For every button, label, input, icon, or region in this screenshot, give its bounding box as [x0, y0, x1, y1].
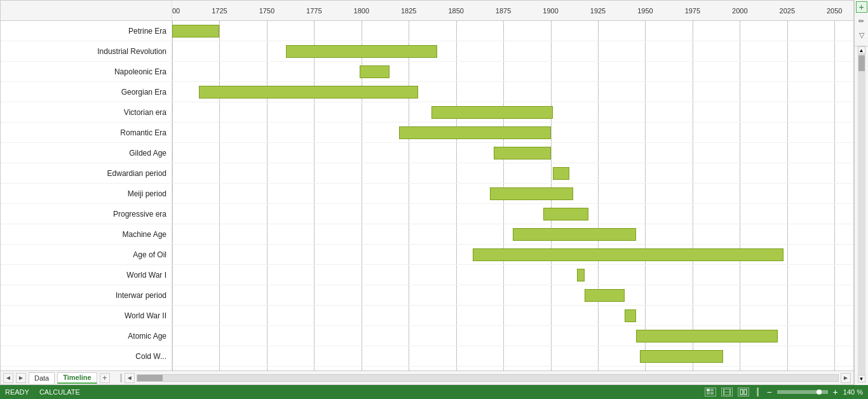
- bar-row: [172, 285, 853, 306]
- timeline-bar[interactable]: [640, 350, 723, 363]
- year-label: 1900: [543, 7, 558, 15]
- status-calculate: CALCULATE: [39, 388, 80, 396]
- label-cell: Progressive era: [1, 204, 172, 224]
- timeline-bar[interactable]: [360, 65, 390, 78]
- tab-data[interactable]: Data: [29, 372, 55, 384]
- view-page-button[interactable]: [721, 388, 733, 396]
- timeline-bar[interactable]: [431, 106, 553, 119]
- year-label: 1775: [306, 7, 322, 15]
- v-scroll-down[interactable]: ▼: [858, 375, 865, 382]
- timeline-bar[interactable]: [199, 86, 418, 98]
- add-column-button[interactable]: +: [856, 1, 867, 13]
- timeline-bar[interactable]: [543, 208, 588, 220]
- h-scroll-thumb: [137, 375, 163, 381]
- timeline-bar[interactable]: [513, 228, 636, 241]
- year-label: 1925: [590, 7, 606, 15]
- zoom-plus[interactable]: +: [833, 387, 838, 397]
- year-label: 2000: [732, 7, 747, 15]
- add-sheet-button[interactable]: +: [100, 373, 110, 383]
- label-cell: Cold W...: [1, 346, 172, 367]
- svg-rect-6: [740, 389, 743, 395]
- svg-rect-7: [744, 389, 747, 395]
- label-header: [1, 1, 172, 21]
- status-separator: [757, 388, 759, 396]
- bar-row: [172, 102, 853, 123]
- h-scroll-area: ◄ ►: [125, 373, 851, 383]
- status-right: − + 140 %: [705, 387, 863, 397]
- timeline-rows: [172, 21, 853, 370]
- bar-row: [172, 245, 853, 265]
- bar-row: [172, 62, 853, 82]
- v-scroll-up[interactable]: ▲: [858, 46, 865, 54]
- bottom-bar: ◄ ► Data Timeline + ◄ ►: [1, 370, 853, 384]
- timeline-bar[interactable]: [625, 309, 636, 322]
- right-sidebar: + ✏ ▽ ▲ ▼: [854, 0, 868, 385]
- view-pagebreak-button[interactable]: [738, 388, 749, 396]
- timeline-bar[interactable]: [399, 126, 550, 139]
- label-cell: Interwar period: [1, 285, 172, 306]
- h-scroll-track[interactable]: [137, 374, 839, 382]
- year-label: 1800: [354, 7, 369, 15]
- timeline-bar[interactable]: [494, 147, 550, 159]
- main-area: Petrine EraIndustrial RevolutionNapoleon…: [0, 0, 868, 385]
- timeline-bar[interactable]: [473, 248, 783, 261]
- zoom-level: 140 %: [843, 388, 863, 396]
- v-scroll-track[interactable]: [858, 54, 865, 375]
- bar-row: [172, 123, 853, 143]
- label-cell: Petrine Era: [1, 21, 172, 41]
- status-bar: READY CALCULATE − + 140 %: [0, 385, 868, 399]
- year-label: 1975: [685, 7, 700, 15]
- sheet-nav-prev[interactable]: ◄: [3, 373, 13, 383]
- bar-row: [172, 306, 853, 326]
- zoom-thumb: [817, 389, 822, 395]
- v-scroll-thumb: [858, 55, 865, 71]
- view-normal-button[interactable]: [705, 388, 716, 396]
- bar-row: [172, 265, 853, 285]
- bar-row: [172, 41, 853, 62]
- svg-rect-1: [710, 389, 714, 391]
- bar-row: [172, 82, 853, 102]
- sheet-nav-next[interactable]: ►: [16, 373, 26, 383]
- bar-row: [172, 184, 853, 204]
- h-scroll-left[interactable]: ◄: [125, 373, 135, 383]
- status-ready: READY: [5, 388, 29, 396]
- bar-row: [172, 224, 853, 245]
- label-cell: World War I: [1, 265, 172, 285]
- label-cell: Romantic Era: [1, 123, 172, 143]
- year-label: 1725: [212, 7, 227, 15]
- timeline-column: 1700172517501775180018251850187519001925…: [172, 1, 853, 370]
- label-cell: Gilded Age: [1, 143, 172, 163]
- timeline-bar[interactable]: [636, 330, 778, 342]
- timeline-bar[interactable]: [585, 289, 625, 302]
- label-cell: Atomic Age: [1, 326, 172, 346]
- svg-rect-0: [707, 389, 710, 391]
- tab-timeline[interactable]: Timeline: [57, 372, 97, 384]
- year-label: 1850: [448, 7, 463, 15]
- bar-row: [172, 204, 853, 224]
- year-label: 2050: [827, 7, 842, 15]
- svg-rect-2: [707, 392, 710, 395]
- label-cell: Georgian Era: [1, 82, 172, 102]
- timeline-bar[interactable]: [553, 167, 570, 180]
- label-cell: Meiji period: [1, 184, 172, 204]
- timeline-bar[interactable]: [286, 45, 437, 58]
- svg-rect-3: [710, 392, 714, 395]
- pencil-icon[interactable]: ✏: [856, 15, 867, 27]
- label-cell: World War II: [1, 306, 172, 326]
- timeline-bar[interactable]: [172, 25, 219, 37]
- bar-row: [172, 143, 853, 163]
- timeline-bar[interactable]: [490, 187, 573, 200]
- year-label: 1750: [259, 7, 275, 15]
- timeline-bar[interactable]: [577, 269, 585, 281]
- year-label: 1825: [401, 7, 416, 15]
- label-cell: Age of Oil: [1, 245, 172, 265]
- year-label: 1700: [172, 7, 180, 15]
- zoom-minus[interactable]: −: [766, 387, 771, 397]
- timeline-header: 1700172517501775180018251850187519001925…: [172, 1, 853, 21]
- h-scroll-right[interactable]: ►: [841, 373, 851, 383]
- zoom-slider[interactable]: [777, 390, 828, 394]
- filter-icon[interactable]: ▽: [856, 29, 867, 41]
- label-cell: Edwardian period: [1, 163, 172, 184]
- label-column: Petrine EraIndustrial RevolutionNapoleon…: [1, 1, 172, 370]
- year-label: 1950: [637, 7, 653, 15]
